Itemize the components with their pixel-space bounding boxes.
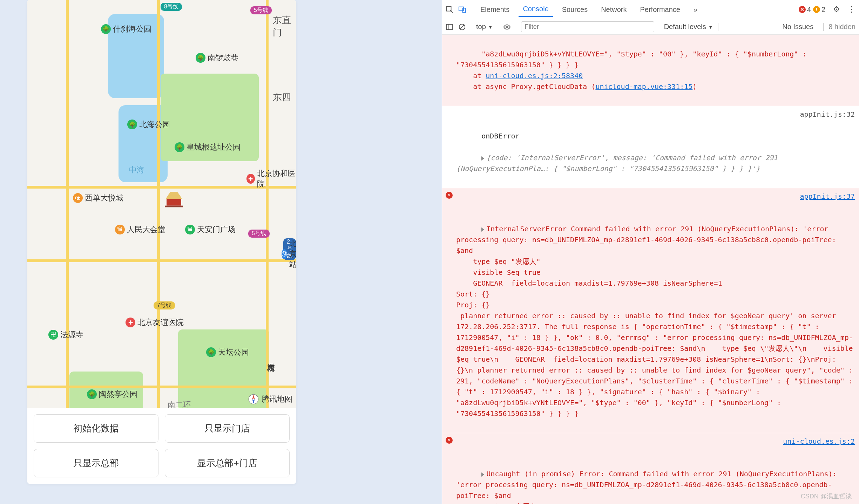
tree-icon: 🌳 (196, 53, 205, 63)
svg-rect-10 (447, 24, 453, 29)
gear-icon[interactable]: ⚙ (833, 5, 840, 14)
map-label-text: 法源寺 (60, 329, 83, 340)
map-road (27, 386, 296, 388)
live-expression-icon[interactable] (503, 23, 511, 31)
warning-icon: ! (813, 6, 820, 13)
sidebar-toggle-icon[interactable] (446, 23, 453, 31)
temple-icon: 卍 (48, 330, 58, 340)
source-link[interactable]: unicloud-map.vue:331:15 (595, 82, 692, 91)
init-data-button[interactable]: 初始化数据 (34, 414, 158, 443)
warning-count-value: 2 (821, 6, 825, 14)
map-label-text: 皇城根遗址公园 (187, 142, 241, 152)
log-text: Uncaught (in promise) Error: Command fai… (456, 470, 857, 504)
map-label: 🌳北海公园 (127, 119, 170, 130)
devtools-tabbar: Elements Console Sources Network Perform… (442, 0, 859, 19)
separator (498, 23, 498, 31)
watermark: CSDN @泯血哲谈 (801, 492, 852, 500)
tree-icon: 🌳 (175, 142, 184, 152)
map-label-text: 陶然亭公园 (99, 389, 137, 400)
warning-count[interactable]: !2 (813, 6, 825, 14)
source-link[interactable]: appInit.js:37 (800, 191, 855, 202)
map-label: 🛍西单大悦城 (73, 193, 123, 203)
context-selector[interactable]: top▼ (476, 23, 493, 31)
hidden-count[interactable]: 8 hidden (823, 23, 855, 31)
chevron-down-icon: ▼ (708, 24, 713, 30)
map-label: 南二环 (168, 400, 191, 408)
separator (471, 5, 471, 14)
map-label-text: 天坛公园 (218, 347, 249, 357)
map-label-text: 北京协和医院 (257, 168, 296, 189)
tree-icon: 🌳 (101, 24, 111, 34)
filter-input[interactable] (521, 21, 654, 32)
show-both-button[interactable]: 显示总部+门店 (165, 449, 290, 477)
expand-caret-icon[interactable] (481, 156, 484, 161)
compass-icon (248, 394, 259, 404)
map-label: Ⓜ北京站 (282, 238, 296, 270)
devtools: Elements Console Sources Network Perform… (442, 0, 859, 504)
inspect-icon[interactable] (446, 6, 453, 13)
map-label-text: 中海 (129, 165, 144, 175)
device-toggle-icon[interactable] (458, 6, 466, 13)
show-stores-button[interactable]: 只显示门店 (165, 414, 290, 443)
chevron-down-icon: ▼ (488, 24, 493, 30)
source-link[interactable]: uni-cloud.es.js:2 (783, 436, 855, 447)
error-icon: ✕ (446, 437, 453, 444)
source-link[interactable]: appInit.js:32 (800, 109, 855, 120)
console-log-error: ✕ appInit.js:37 InternalServerError Comm… (442, 188, 859, 433)
map-road (27, 259, 296, 262)
map-attribution: 腾讯地图 (248, 394, 292, 404)
hospital-icon: ✚ (126, 318, 135, 327)
metro-icon: Ⓜ (282, 249, 287, 259)
map-label: 🌳南锣鼓巷 (196, 53, 238, 63)
map-road (157, 0, 160, 408)
map-label-text: 北京友谊医院 (137, 317, 184, 328)
svg-rect-0 (167, 199, 181, 206)
hospital-icon: ✚ (246, 174, 255, 184)
svg-marker-2 (166, 195, 182, 199)
map-canvas[interactable]: 8号线 5号线 5号线 7号线 2号线 🌳什刹海公园 🌳南锣鼓巷 东直门 🌳北海… (27, 0, 296, 408)
map-label-text: 什刹海公园 (113, 24, 151, 34)
tab-network[interactable]: Network (597, 3, 631, 16)
map-label: 东直门 (273, 14, 296, 39)
log-object[interactable]: {code: 'InternalServerError', message: '… (456, 154, 782, 173)
tab-sources[interactable]: Sources (558, 3, 592, 16)
subway-badge-8: 8号线 (161, 3, 182, 11)
expand-caret-icon[interactable] (481, 227, 484, 232)
map-label: ✚北京协和医院 (246, 168, 296, 189)
tree-icon: 🌳 (127, 120, 137, 129)
svg-point-14 (506, 26, 508, 28)
map-label: ✚北京友谊医院 (126, 317, 184, 328)
mall-icon: 🛍 (73, 193, 83, 203)
console-output[interactable]: "a8zdLwu0qrjbiD5k+vYNtLEOVYE=", "$type" … (442, 35, 859, 504)
map-label-text: 北京站 (289, 238, 296, 270)
map-label-text: 北海公园 (139, 119, 170, 130)
log-text: ) (692, 82, 697, 91)
log-levels-selector[interactable]: Default levels▼ (664, 23, 713, 31)
tree-icon: 🌳 (206, 347, 216, 357)
issues-label[interactable]: No Issues (782, 23, 813, 31)
map-label-text: 人民大会堂 (127, 224, 165, 235)
tab-elements[interactable]: Elements (476, 3, 514, 16)
log-text: at async Proxy.getCloudData ( (456, 82, 595, 91)
map-label-text: 南锣鼓巷 (208, 53, 238, 63)
tab-performance[interactable]: Performance (636, 3, 685, 16)
kebab-icon[interactable]: ⋮ (848, 5, 855, 14)
landmark-icon: 🏛 (185, 225, 195, 234)
show-hq-button[interactable]: 只显示总部 (34, 449, 158, 477)
source-link[interactable]: uni-cloud.es.js:2:58340 (486, 71, 583, 80)
map-label: 🏛天安门广场 (185, 224, 236, 235)
map-label-text: 天安门广场 (197, 224, 236, 235)
map-label-text: 东四 (273, 91, 291, 103)
error-count[interactable]: ✕4 (799, 6, 811, 14)
clear-console-icon[interactable] (458, 23, 466, 31)
subway-badge-5: 5号线 (250, 6, 272, 14)
context-value: top (476, 23, 486, 31)
tab-console[interactable]: Console (519, 2, 553, 17)
subway-badge-7: 7号线 (154, 301, 175, 309)
tiananmen-icon (164, 189, 184, 209)
map-road (266, 0, 269, 408)
tab-more[interactable]: » (689, 3, 702, 16)
log-text: InternalServerError Command failed with … (456, 225, 857, 418)
console-log: appInit.js:32 onDBError {code: 'Internal… (442, 106, 859, 188)
expand-caret-icon[interactable] (481, 472, 484, 477)
